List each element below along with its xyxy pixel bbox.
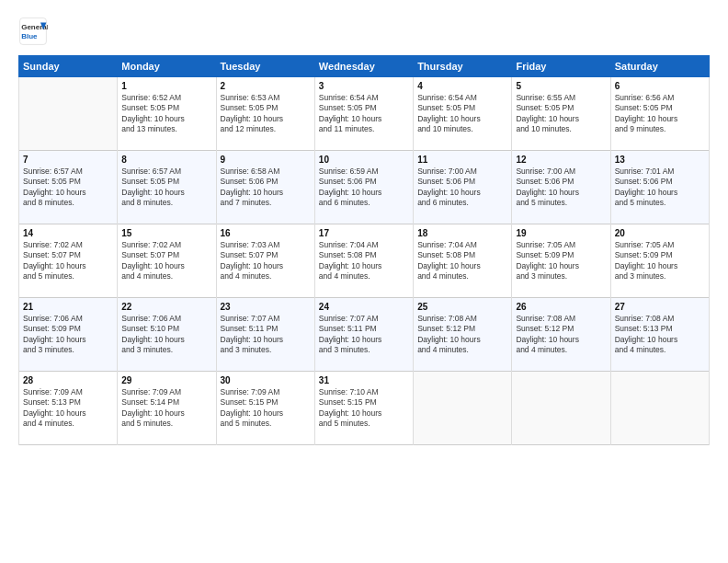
day-cell: 15Sunrise: 7:02 AMSunset: 5:07 PMDayligh…: [118, 224, 216, 298]
day-cell: [610, 372, 709, 445]
day-number: 30: [221, 375, 311, 385]
day-number: 15: [121, 228, 211, 238]
day-cell: 6Sunrise: 6:56 AMSunset: 5:05 PMDaylight…: [610, 77, 709, 151]
day-number: 26: [516, 302, 606, 312]
day-cell: 8Sunrise: 6:57 AMSunset: 5:05 PMDaylight…: [118, 151, 216, 224]
col-header-thursday: Thursday: [414, 56, 512, 77]
day-info: Sunrise: 6:58 AMSunset: 5:06 PMDaylight:…: [221, 167, 311, 209]
week-row-3: 14Sunrise: 7:02 AMSunset: 5:07 PMDayligh…: [19, 224, 710, 298]
day-cell: 1Sunrise: 6:52 AMSunset: 5:05 PMDaylight…: [118, 77, 216, 151]
day-info: Sunrise: 7:06 AMSunset: 5:10 PMDaylight:…: [121, 314, 211, 356]
day-info: Sunrise: 7:08 AMSunset: 5:12 PMDaylight:…: [417, 314, 507, 356]
day-cell: [19, 77, 118, 151]
day-number: 23: [221, 302, 311, 312]
day-number: 2: [221, 81, 311, 91]
day-info: Sunrise: 7:05 AMSunset: 5:09 PMDaylight:…: [516, 240, 606, 282]
day-info: Sunrise: 7:00 AMSunset: 5:06 PMDaylight:…: [417, 167, 507, 209]
day-cell: 20Sunrise: 7:05 AMSunset: 5:09 PMDayligh…: [610, 224, 709, 298]
day-cell: 24Sunrise: 7:07 AMSunset: 5:11 PMDayligh…: [314, 298, 413, 372]
day-cell: 27Sunrise: 7:08 AMSunset: 5:13 PMDayligh…: [610, 298, 709, 372]
day-number: 17: [319, 228, 409, 238]
day-cell: 11Sunrise: 7:00 AMSunset: 5:06 PMDayligh…: [414, 151, 512, 224]
day-cell: 29Sunrise: 7:09 AMSunset: 5:14 PMDayligh…: [118, 372, 216, 445]
col-header-friday: Friday: [512, 56, 610, 77]
day-info: Sunrise: 7:06 AMSunset: 5:09 PMDaylight:…: [23, 314, 113, 356]
day-info: Sunrise: 7:00 AMSunset: 5:06 PMDaylight:…: [516, 167, 606, 209]
day-info: Sunrise: 7:01 AMSunset: 5:06 PMDaylight:…: [615, 167, 705, 209]
logo: General Blue: [18, 17, 51, 46]
day-cell: 26Sunrise: 7:08 AMSunset: 5:12 PMDayligh…: [512, 298, 610, 372]
logo-icon: General Blue: [18, 17, 48, 46]
day-info: Sunrise: 7:04 AMSunset: 5:08 PMDaylight:…: [417, 240, 507, 282]
day-info: Sunrise: 6:57 AMSunset: 5:05 PMDaylight:…: [121, 167, 211, 209]
day-info: Sunrise: 6:57 AMSunset: 5:05 PMDaylight:…: [23, 167, 113, 209]
day-info: Sunrise: 7:04 AMSunset: 5:08 PMDaylight:…: [319, 240, 409, 282]
day-cell: 2Sunrise: 6:53 AMSunset: 5:05 PMDaylight…: [216, 77, 314, 151]
day-number: 9: [221, 155, 311, 165]
day-info: Sunrise: 6:55 AMSunset: 5:05 PMDaylight:…: [516, 93, 606, 135]
day-number: 6: [615, 81, 705, 91]
day-cell: 7Sunrise: 6:57 AMSunset: 5:05 PMDaylight…: [19, 151, 118, 224]
day-number: 8: [121, 155, 211, 165]
col-header-wednesday: Wednesday: [314, 56, 413, 77]
col-header-saturday: Saturday: [610, 56, 709, 77]
day-info: Sunrise: 7:07 AMSunset: 5:11 PMDaylight:…: [319, 314, 409, 356]
day-cell: 30Sunrise: 7:09 AMSunset: 5:15 PMDayligh…: [216, 372, 314, 445]
day-cell: 9Sunrise: 6:58 AMSunset: 5:06 PMDaylight…: [216, 151, 314, 224]
day-cell: 21Sunrise: 7:06 AMSunset: 5:09 PMDayligh…: [19, 298, 118, 372]
day-info: Sunrise: 7:07 AMSunset: 5:11 PMDaylight:…: [221, 314, 311, 356]
day-number: 5: [516, 81, 606, 91]
day-cell: 17Sunrise: 7:04 AMSunset: 5:08 PMDayligh…: [314, 224, 413, 298]
header-row: SundayMondayTuesdayWednesdayThursdayFrid…: [19, 56, 710, 77]
page: General Blue SundayMondayTuesdayWednesda…: [0, 0, 728, 563]
day-number: 31: [319, 375, 409, 385]
day-info: Sunrise: 6:56 AMSunset: 5:05 PMDaylight:…: [615, 93, 705, 135]
day-cell: 13Sunrise: 7:01 AMSunset: 5:06 PMDayligh…: [610, 151, 709, 224]
day-cell: 4Sunrise: 6:54 AMSunset: 5:05 PMDaylight…: [414, 77, 512, 151]
day-number: 28: [23, 375, 113, 385]
day-info: Sunrise: 6:52 AMSunset: 5:05 PMDaylight:…: [121, 93, 211, 135]
day-cell: 25Sunrise: 7:08 AMSunset: 5:12 PMDayligh…: [414, 298, 512, 372]
day-number: 11: [417, 155, 507, 165]
day-info: Sunrise: 7:08 AMSunset: 5:13 PMDaylight:…: [615, 314, 705, 356]
svg-text:Blue: Blue: [21, 32, 38, 40]
week-row-5: 28Sunrise: 7:09 AMSunset: 5:13 PMDayligh…: [19, 372, 710, 445]
day-number: 3: [319, 81, 409, 91]
day-number: 12: [516, 155, 606, 165]
day-cell: 31Sunrise: 7:10 AMSunset: 5:15 PMDayligh…: [314, 372, 413, 445]
day-cell: 12Sunrise: 7:00 AMSunset: 5:06 PMDayligh…: [512, 151, 610, 224]
day-info: Sunrise: 6:54 AMSunset: 5:05 PMDaylight:…: [417, 93, 507, 135]
header: General Blue: [18, 17, 710, 46]
day-number: 19: [516, 228, 606, 238]
day-number: 16: [221, 228, 311, 238]
day-cell: 23Sunrise: 7:07 AMSunset: 5:11 PMDayligh…: [216, 298, 314, 372]
day-number: 25: [417, 302, 507, 312]
day-info: Sunrise: 7:09 AMSunset: 5:15 PMDaylight:…: [221, 387, 311, 430]
day-number: 24: [319, 302, 409, 312]
day-cell: 10Sunrise: 6:59 AMSunset: 5:06 PMDayligh…: [314, 151, 413, 224]
calendar-table: SundayMondayTuesdayWednesdayThursdayFrid…: [18, 55, 710, 445]
day-info: Sunrise: 7:03 AMSunset: 5:07 PMDaylight:…: [221, 240, 311, 282]
day-info: Sunrise: 7:09 AMSunset: 5:13 PMDaylight:…: [23, 387, 113, 430]
day-info: Sunrise: 7:02 AMSunset: 5:07 PMDaylight:…: [23, 240, 113, 282]
day-info: Sunrise: 7:10 AMSunset: 5:15 PMDaylight:…: [319, 387, 409, 430]
day-number: 4: [417, 81, 507, 91]
day-cell: [512, 372, 610, 445]
week-row-1: 1Sunrise: 6:52 AMSunset: 5:05 PMDaylight…: [19, 77, 710, 151]
day-cell: 18Sunrise: 7:04 AMSunset: 5:08 PMDayligh…: [414, 224, 512, 298]
calendar-header: SundayMondayTuesdayWednesdayThursdayFrid…: [19, 56, 710, 77]
day-number: 7: [23, 155, 113, 165]
day-cell: [414, 372, 512, 445]
day-number: 22: [121, 302, 211, 312]
calendar-body: 1Sunrise: 6:52 AMSunset: 5:05 PMDaylight…: [19, 77, 710, 445]
day-info: Sunrise: 7:09 AMSunset: 5:14 PMDaylight:…: [121, 387, 211, 430]
day-number: 10: [319, 155, 409, 165]
day-number: 1: [121, 81, 211, 91]
day-info: Sunrise: 7:08 AMSunset: 5:12 PMDaylight:…: [516, 314, 606, 356]
day-info: Sunrise: 6:59 AMSunset: 5:06 PMDaylight:…: [319, 167, 409, 209]
day-info: Sunrise: 7:02 AMSunset: 5:07 PMDaylight:…: [121, 240, 211, 282]
day-cell: 19Sunrise: 7:05 AMSunset: 5:09 PMDayligh…: [512, 224, 610, 298]
day-number: 13: [615, 155, 705, 165]
day-number: 29: [121, 375, 211, 385]
day-number: 27: [615, 302, 705, 312]
